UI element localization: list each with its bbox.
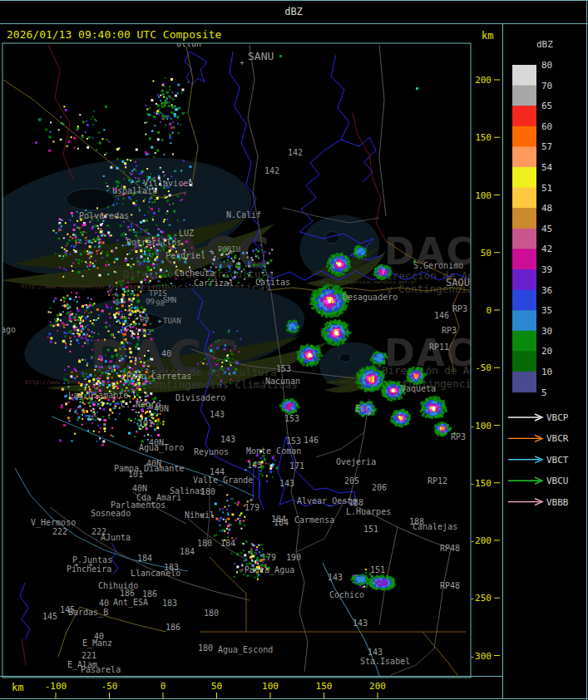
map-place-label: Esc. (355, 404, 375, 413)
timestamp: 2026/01/13 09:40:00 UTC Composite (7, 28, 221, 41)
colorbar-tick-label: 20 (541, 346, 552, 357)
map-place-label: 99 (146, 298, 155, 306)
map-place-label: 190 (286, 553, 301, 562)
map-place-label: Catitas (255, 278, 290, 287)
map-place-label: Punta_Agua (245, 565, 294, 575)
map-place-label: 180 (200, 487, 215, 496)
map-place-label: 205 (344, 476, 359, 486)
dacc-watermark-url: http://www.contingencias.mendoza.gov.ar (21, 283, 157, 290)
map-place-label: 188 (348, 498, 363, 507)
bottom-axis-unit-label: km (12, 682, 23, 693)
site-cross-marker: + (74, 560, 79, 569)
map-place-label: Pasarela (81, 665, 121, 674)
map-place-label: ago (1, 325, 16, 334)
map-place-label: AJunta (101, 533, 131, 542)
map-place-label: Potrerillos (126, 238, 181, 247)
bottom-axis-tick-label: 200 (369, 681, 386, 692)
map-place-label: 143 (328, 573, 343, 582)
map-place-label: Valle_Grande (193, 476, 253, 486)
map-place-label: Reyunos (194, 447, 229, 456)
colorbar-tick-label: 65 (541, 101, 552, 111)
colorbar-tick-label: 45 (541, 224, 552, 234)
map-place-label: 143 (353, 619, 368, 628)
site-cross-marker: + (367, 409, 372, 417)
colorbar-cell (512, 86, 536, 106)
map-place-label: 151 (370, 565, 385, 574)
colorbar-tick-label: 36 (541, 285, 552, 296)
right-axis-tick-label: -250 (470, 593, 492, 604)
map-place-label: 171 (289, 461, 304, 471)
map-place-label: RP48 (440, 581, 460, 590)
vector-legend-label: VBCP (546, 412, 569, 423)
map-place-label: RP3 (452, 304, 467, 313)
colorbar-tick-label: 80 (541, 60, 552, 71)
map-place-label: 184 (180, 547, 195, 556)
map-place-label: 206 (372, 483, 387, 492)
dacc-watermark-layer: DACCDirección de Agriculturay Contingenc… (0, 142, 553, 402)
map-place-label: RP48 (440, 544, 460, 553)
colorbar-tick-label: 70 (541, 81, 552, 91)
map-place-label: 143 (368, 648, 383, 657)
map-place-label: Monte_Coman (246, 446, 301, 456)
right-axis-tick-label: -300 (470, 651, 492, 662)
map-place-label: 92 (142, 328, 151, 337)
right-axis-tick-label: -100 (470, 421, 492, 431)
map-place-label: 184 (137, 554, 152, 563)
map-place-label: 40 (99, 599, 109, 608)
map-place-label: 40 (94, 632, 104, 641)
river-line (341, 137, 376, 182)
road-gray (434, 549, 451, 648)
map-place-label: Polvaredas (79, 211, 129, 220)
right-axis-tick-label: -200 (470, 535, 492, 546)
site-cross-marker: + (157, 317, 162, 325)
map-place-label: 143 (220, 435, 235, 444)
road-gray (379, 45, 386, 216)
colorbar-tick-label: 35 (541, 305, 552, 316)
bottom-axis-tick-label: -100 (45, 681, 67, 692)
road-olive (186, 47, 198, 180)
page-title: dBZ (284, 6, 303, 17)
map-place-label: LUZ (179, 229, 194, 238)
colorbar-tick-label: 57 (541, 141, 552, 152)
colorbar-cell (512, 188, 536, 209)
bottom-axis-tick-label: -50 (101, 681, 118, 692)
site-cross-marker: + (209, 247, 214, 255)
map-place-label: 145 (60, 605, 75, 614)
map-place-label: 143 (279, 479, 294, 488)
map-place-label: RP12 (427, 476, 447, 486)
map-place-label: Desaguadero (343, 293, 398, 302)
map-place-label: 151 (363, 525, 378, 534)
site-cross-marker: + (88, 560, 93, 569)
site-cross-marker: + (249, 495, 254, 504)
map-place-label: Cacheuta (175, 269, 215, 278)
map-place-label: L.Huarpes (346, 507, 391, 516)
map-place-label: N.Calif (226, 210, 261, 219)
map-place-label: 142 (264, 166, 279, 175)
map-place-label: 221 (82, 651, 96, 660)
map-place-label: 179 (261, 553, 276, 562)
colorbar-tick-label: 42 (541, 244, 552, 254)
map-place-label: Uspallata (112, 186, 157, 195)
colorbar-cell (512, 351, 536, 372)
colorbar-cell (512, 146, 536, 167)
colorbar-tick-label: 51 (541, 183, 552, 194)
map-place-label: 186 (120, 589, 135, 598)
site-cross-marker: + (240, 58, 245, 67)
map-place-label: 142 (288, 148, 303, 157)
dacc-watermark-url: www.contingencias.mendoza.gov.ar (320, 279, 417, 285)
right-axis-unit-label: km (482, 30, 493, 42)
map-place-label: TUAN (163, 317, 181, 325)
legend-sidebar: 807065605754514845423936353020105VBCPVBC… (508, 60, 569, 508)
map-place-label: 153 (276, 364, 291, 373)
colorbar-cell (512, 126, 536, 147)
colorbar-cell (512, 331, 536, 352)
map-place-label: 146 (304, 436, 319, 445)
map-place-label: 180 (198, 643, 213, 653)
river-line (20, 583, 30, 639)
map-place-label: Cochico (329, 590, 364, 599)
map-place-label: RP3 (451, 432, 466, 441)
map-place-label: 98 (156, 299, 165, 308)
boundary-brown (422, 632, 462, 682)
vector-legend-label: VBCT (546, 455, 569, 466)
map-place-label: RP3 (442, 326, 457, 335)
